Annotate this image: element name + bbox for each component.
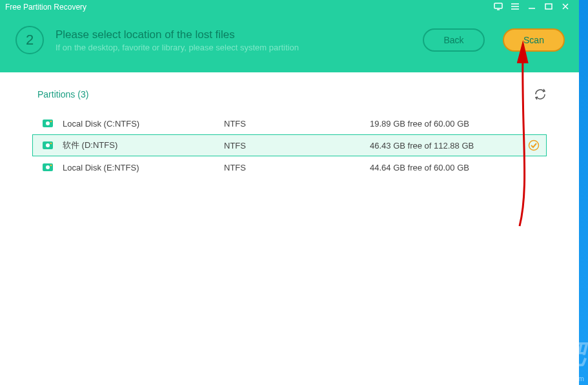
menu-icon[interactable]	[507, 3, 523, 12]
close-icon[interactable]	[557, 3, 574, 12]
drive-icon	[42, 161, 54, 173]
tray-icon[interactable]	[490, 3, 507, 12]
minimize-icon[interactable]	[523, 3, 540, 12]
header-title: Please select location of the lost files	[56, 28, 411, 41]
partition-row[interactable]: Local Disk (C:NTFS)NTFS19.89 GB free of …	[32, 112, 547, 134]
partition-row[interactable]: 软件 (D:NTFS)NTFS46.43 GB free of 112.88 G…	[32, 134, 547, 156]
refresh-icon[interactable]	[534, 88, 547, 101]
partitions-label: Partitions (3)	[37, 89, 88, 99]
svg-point-4	[50, 121, 52, 123]
maximize-icon[interactable]	[540, 3, 557, 12]
app-window: Free Partition Recovery 2 Please select …	[0, 0, 579, 385]
svg-point-10	[46, 165, 50, 169]
svg-point-3	[46, 121, 50, 125]
partition-fs: NTFS	[224, 163, 370, 172]
titlebar: Free Partition Recovery	[0, 0, 579, 14]
drive-icon	[42, 140, 54, 151]
svg-point-8	[529, 141, 539, 151]
partition-list: Local Disk (C:NTFS)NTFS19.89 GB free of …	[26, 112, 558, 178]
partition-fs: NTFS	[224, 141, 370, 151]
content: Partitions (3) Local Disk (C:NTFS)NTFS19…	[0, 72, 579, 385]
check-icon	[528, 140, 540, 151]
step-badge: 2	[15, 26, 44, 54]
partition-name: Local Disk (C:NTFS)	[63, 119, 224, 129]
header-text: Please select location of the lost files…	[56, 28, 411, 52]
partition-free: 44.64 GB free of 60.00 GB	[370, 163, 540, 172]
svg-point-11	[50, 165, 52, 167]
svg-rect-0	[494, 3, 502, 8]
window-title: Free Partition Recovery	[5, 3, 490, 12]
svg-point-6	[46, 143, 50, 147]
header-subtitle: If on the desktop, favorite or library, …	[56, 43, 411, 52]
scan-button[interactable]: Scan	[503, 28, 565, 52]
partition-row[interactable]: Local Disk (E:NTFS)NTFS44.64 GB free of …	[32, 156, 547, 178]
watermark-url: www.xiazaiba.com	[526, 375, 584, 382]
svg-point-7	[50, 143, 52, 145]
back-button[interactable]: Back	[423, 28, 485, 52]
drive-icon	[42, 118, 54, 129]
partition-fs: NTFS	[224, 119, 370, 129]
partition-name: 软件 (D:NTFS)	[63, 140, 224, 151]
partition-name: Local Disk (E:NTFS)	[63, 163, 224, 172]
partition-free: 19.89 GB free of 60.00 GB	[370, 119, 540, 129]
header: 2 Please select location of the lost fil…	[0, 14, 579, 72]
partition-free: 46.43 GB free of 112.88 GB	[370, 141, 528, 151]
partitions-header: Partitions (3)	[26, 88, 558, 112]
watermark-cn: 下载吧	[511, 337, 584, 372]
svg-rect-1	[545, 4, 552, 9]
